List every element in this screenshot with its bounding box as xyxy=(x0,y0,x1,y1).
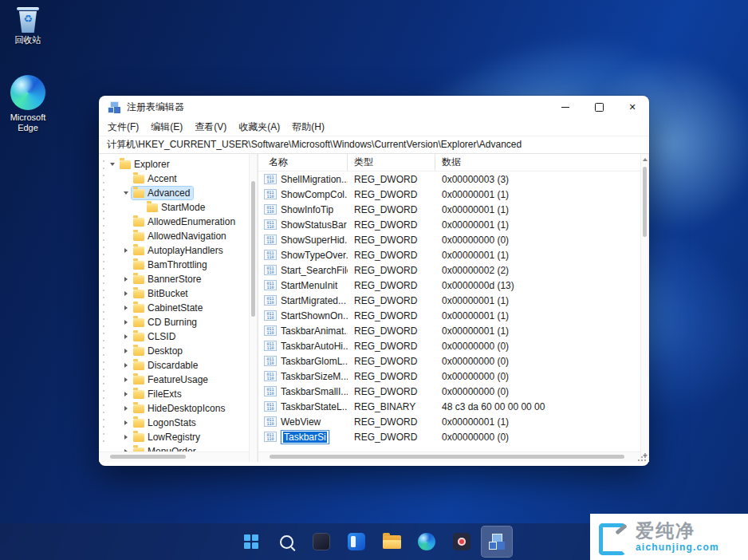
edge-button[interactable] xyxy=(411,526,443,558)
titlebar[interactable]: 注册表编辑器 ✕ xyxy=(99,96,649,118)
tree-item-cd-burning[interactable]: CD Burning xyxy=(107,315,249,329)
value-name-cell: StartMenuInit xyxy=(258,280,348,291)
value-type: REG_BINARY xyxy=(348,401,435,412)
chevron-icon[interactable] xyxy=(120,302,132,314)
tree-vscroll-thumb[interactable] xyxy=(251,181,255,317)
value-row-showsuperhid-[interactable]: ShowSuperHid...REG_DWORD0x00000000 (0) xyxy=(258,232,640,247)
value-row-startmenuinit[interactable]: StartMenuInitREG_DWORD0x0000000d (13) xyxy=(258,278,640,293)
chevron-icon[interactable] xyxy=(120,317,132,328)
tree-item-clsid[interactable]: CLSID xyxy=(107,329,249,344)
tree-item-bannerstore[interactable]: BannerStore xyxy=(107,272,249,286)
tree-item-bitbucket[interactable]: BitBucket xyxy=(107,286,249,301)
chevron-icon[interactable] xyxy=(120,417,132,428)
tree-item-desktop[interactable]: Desktop xyxy=(107,344,249,358)
tree-item-featureusage[interactable]: FeatureUsage xyxy=(107,373,249,387)
tree-item-advanced[interactable]: Advanced xyxy=(107,186,249,200)
desktop-icon-edge[interactable]: Microsoft Edge xyxy=(5,75,51,133)
reg-value-icon xyxy=(264,325,277,336)
maximize-button[interactable] xyxy=(582,96,616,118)
tree-item-cabinetstate[interactable]: CabinetState xyxy=(107,301,249,315)
watermark: 爱纯净 aichunjing.com xyxy=(590,514,748,560)
value-data: 48 c3 da 60 00 00 00 00 xyxy=(435,401,640,412)
tree-item-startmode[interactable]: StartMode xyxy=(107,200,249,215)
list-hscrollbar[interactable] xyxy=(258,452,640,462)
tree-hscroll-thumb[interactable] xyxy=(110,455,186,459)
tree-item-discardable[interactable]: Discardable xyxy=(107,358,249,373)
minimize-button[interactable] xyxy=(549,96,582,118)
tree-vscrollbar[interactable] xyxy=(249,154,258,462)
value-row-startmigrated-[interactable]: StartMigrated...REG_DWORD0x00000001 (1) xyxy=(258,293,640,308)
tree-item-logonstats[interactable]: LogonStats xyxy=(107,416,249,430)
tree-item-explorer[interactable]: Explorer xyxy=(107,157,249,172)
chevron-icon[interactable] xyxy=(120,432,132,443)
taskbar-app-red[interactable] xyxy=(446,526,478,558)
list-vscroll-thumb[interactable] xyxy=(643,167,647,237)
start-button[interactable] xyxy=(235,526,267,558)
chevron-icon[interactable] xyxy=(120,403,132,414)
regedit-taskbar-button[interactable] xyxy=(481,526,513,558)
chevron-icon[interactable] xyxy=(120,274,132,285)
tree-item-allowedenumeration[interactable]: AllowedEnumeration xyxy=(107,215,249,229)
chevron-icon[interactable] xyxy=(120,345,132,357)
chevron-icon[interactable] xyxy=(120,446,132,452)
list-hscroll-thumb[interactable] xyxy=(270,455,624,459)
value-row-shellmigration-[interactable]: ShellMigration...REG_DWORD0x00000003 (3) xyxy=(258,172,640,187)
column-header-data[interactable]: 数据 xyxy=(435,154,640,171)
tree-item-bamthrottling[interactable]: BamThrottling xyxy=(107,258,249,272)
menu-file[interactable]: 文件(F) xyxy=(108,120,139,134)
tree-item-menuorder[interactable]: MenuOrder xyxy=(107,444,249,452)
tree-item-fileexts[interactable]: FileExts xyxy=(107,387,249,401)
tree-item-content: CD Burning xyxy=(132,316,200,329)
chevron-icon[interactable] xyxy=(120,288,132,299)
search-button[interactable] xyxy=(270,526,302,558)
chevron-icon xyxy=(120,173,132,184)
tree-hscrollbar[interactable] xyxy=(99,452,249,462)
tree-item-content: Advanced xyxy=(132,187,193,199)
tree-item-allowednavigation[interactable]: AllowedNavigation xyxy=(107,229,249,243)
file-explorer-button[interactable] xyxy=(376,526,407,558)
value-row-taskbaranimat-[interactable]: TaskbarAnimat...REG_DWORD0x00000001 (1) xyxy=(258,323,640,338)
resize-grip[interactable] xyxy=(638,453,646,461)
chevron-icon[interactable] xyxy=(120,187,132,199)
address-bar[interactable]: 计算机\HKEY_CURRENT_USER\Software\Microsoft… xyxy=(99,136,649,154)
taskbar-app-media[interactable] xyxy=(341,526,372,558)
value-row-start-searchfiles[interactable]: Start_SearchFilesREG_DWORD0x00000002 (2) xyxy=(258,262,640,278)
edge-icon xyxy=(10,75,45,110)
taskbar-app-dark[interactable] xyxy=(305,526,337,558)
column-header-type[interactable]: 类型 xyxy=(348,154,435,171)
tree-item-hidedesktopicons[interactable]: HideDesktopIcons xyxy=(107,401,249,416)
value-row-taskbargloml-[interactable]: TaskbarGlomL...REG_DWORD0x00000000 (0) xyxy=(258,353,640,369)
desktop-icon-recycle-bin[interactable]: 回收站 xyxy=(5,6,51,45)
chevron-icon[interactable] xyxy=(120,360,132,371)
chevron-icon[interactable] xyxy=(120,374,132,385)
tree-item-accent[interactable]: Accent xyxy=(107,172,249,186)
menu-edit[interactable]: 编辑(E) xyxy=(151,120,183,134)
column-header-name[interactable]: 名称 xyxy=(258,154,348,171)
tree-item-autoplayhandlers[interactable]: AutoplayHandlers xyxy=(107,243,249,258)
value-row-taskbarsi[interactable]: TaskbarSiREG_DWORD0x00000000 (0) xyxy=(258,429,640,444)
tree-item-lowregistry[interactable]: LowRegistry xyxy=(107,430,249,444)
value-row-showstatusbar[interactable]: ShowStatusBarREG_DWORD0x00000001 (1) xyxy=(258,217,640,232)
value-row-startshownon-[interactable]: StartShownOn...REG_DWORD0x00000001 (1) xyxy=(258,308,640,323)
chevron-icon[interactable] xyxy=(107,159,118,170)
rename-input[interactable]: TaskbarSi xyxy=(281,430,329,444)
menu-view[interactable]: 查看(V) xyxy=(195,120,226,134)
close-button[interactable]: ✕ xyxy=(616,96,649,118)
value-row-showtypeover-[interactable]: ShowTypeOver...REG_DWORD0x00000001 (1) xyxy=(258,247,640,262)
chevron-icon[interactable] xyxy=(120,388,132,400)
menu-favorites[interactable]: 收藏夹(A) xyxy=(238,120,280,134)
chevron-icon[interactable] xyxy=(120,245,132,256)
tree-item-label: BannerStore xyxy=(148,274,201,285)
value-row-showinfotip[interactable]: ShowInfoTipREG_DWORD0x00000001 (1) xyxy=(258,202,640,217)
list-vscrollbar[interactable] xyxy=(640,154,649,462)
chevron-icon[interactable] xyxy=(120,331,132,342)
value-row-taskbarstatel-[interactable]: TaskbarStateL...REG_BINARY48 c3 da 60 00… xyxy=(258,399,640,414)
menu-help[interactable]: 帮助(H) xyxy=(292,120,325,134)
value-row-taskbarsizem-[interactable]: TaskbarSizeM...REG_DWORD0x00000000 (0) xyxy=(258,369,640,384)
value-row-taskbarsmalli-[interactable]: TaskbarSmallI...REG_DWORD0x00000000 (0) xyxy=(258,384,640,399)
value-row-webview[interactable]: WebViewREG_DWORD0x00000001 (1) xyxy=(258,414,640,429)
value-row-showcompcol-[interactable]: ShowCompCol...REG_DWORD0x00000001 (1) xyxy=(258,187,640,202)
scroll-up-icon[interactable] xyxy=(641,155,648,164)
value-row-taskbarautohi-[interactable]: TaskbarAutoHi...REG_DWORD0x00000000 (0) xyxy=(258,338,640,353)
folder-icon xyxy=(133,232,144,241)
